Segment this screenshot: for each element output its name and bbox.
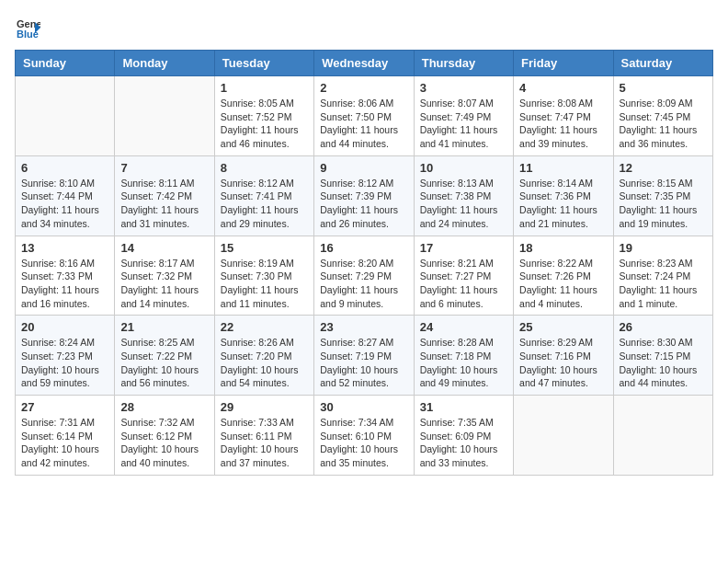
weekday-header-sunday: Sunday: [16, 51, 115, 76]
calendar-cell: 30Sunrise: 7:34 AM Sunset: 6:10 PM Dayli…: [314, 396, 414, 476]
day-number: 19: [620, 241, 707, 255]
calendar-cell: 29Sunrise: 7:33 AM Sunset: 6:11 PM Dayli…: [214, 396, 313, 476]
calendar-cell: [514, 396, 613, 476]
day-number: 12: [620, 161, 707, 175]
calendar-cell: 1Sunrise: 8:05 AM Sunset: 7:52 PM Daylig…: [214, 76, 313, 156]
calendar-cell: 5Sunrise: 8:09 AM Sunset: 7:45 PM Daylig…: [613, 76, 712, 156]
calendar-cell: 27Sunrise: 7:31 AM Sunset: 6:14 PM Dayli…: [16, 396, 115, 476]
day-info: Sunrise: 8:19 AM Sunset: 7:30 PM Dayligh…: [221, 257, 308, 311]
day-info: Sunrise: 8:28 AM Sunset: 7:18 PM Dayligh…: [420, 336, 507, 390]
day-info: Sunrise: 8:14 AM Sunset: 7:36 PM Dayligh…: [519, 177, 607, 231]
calendar-cell: 19Sunrise: 8:23 AM Sunset: 7:24 PM Dayli…: [613, 236, 712, 316]
calendar-cell: [115, 76, 214, 156]
calendar-cell: 26Sunrise: 8:30 AM Sunset: 7:15 PM Dayli…: [613, 316, 712, 396]
day-number: 26: [620, 320, 707, 334]
day-info: Sunrise: 8:11 AM Sunset: 7:42 PM Dayligh…: [120, 177, 208, 231]
day-info: Sunrise: 8:26 AM Sunset: 7:20 PM Dayligh…: [221, 336, 308, 390]
calendar-cell: 12Sunrise: 8:15 AM Sunset: 7:35 PM Dayli…: [613, 155, 712, 236]
day-number: 8: [221, 161, 308, 175]
day-number: 22: [221, 320, 308, 334]
calendar-cell: 7Sunrise: 8:11 AM Sunset: 7:42 PM Daylig…: [115, 155, 214, 236]
day-info: Sunrise: 8:30 AM Sunset: 7:15 PM Dayligh…: [620, 336, 707, 390]
day-info: Sunrise: 8:20 AM Sunset: 7:29 PM Dayligh…: [320, 257, 407, 311]
day-number: 9: [320, 161, 407, 175]
calendar-header-row: SundayMondayTuesdayWednesdayThursdayFrid…: [16, 51, 713, 76]
day-info: Sunrise: 7:34 AM Sunset: 6:10 PM Dayligh…: [320, 416, 407, 470]
day-number: 27: [21, 400, 108, 414]
day-info: Sunrise: 8:13 AM Sunset: 7:38 PM Dayligh…: [420, 177, 507, 231]
day-number: 10: [420, 161, 507, 175]
day-number: 4: [519, 81, 607, 95]
day-info: Sunrise: 8:09 AM Sunset: 7:45 PM Dayligh…: [620, 97, 707, 151]
calendar-cell: 20Sunrise: 8:24 AM Sunset: 7:23 PM Dayli…: [16, 316, 115, 396]
day-info: Sunrise: 7:33 AM Sunset: 6:11 PM Dayligh…: [221, 416, 308, 470]
calendar-cell: 11Sunrise: 8:14 AM Sunset: 7:36 PM Dayli…: [514, 155, 613, 236]
day-info: Sunrise: 8:24 AM Sunset: 7:23 PM Dayligh…: [21, 336, 108, 390]
day-number: 30: [320, 400, 407, 414]
calendar-cell: 17Sunrise: 8:21 AM Sunset: 7:27 PM Dayli…: [414, 236, 513, 316]
day-number: 6: [21, 161, 108, 175]
day-info: Sunrise: 8:27 AM Sunset: 7:19 PM Dayligh…: [320, 336, 407, 390]
calendar-cell: 15Sunrise: 8:19 AM Sunset: 7:30 PM Dayli…: [214, 236, 313, 316]
day-number: 3: [420, 81, 507, 95]
logo: General Blue: [15, 15, 44, 40]
day-info: Sunrise: 8:05 AM Sunset: 7:52 PM Dayligh…: [221, 97, 308, 151]
calendar-cell: 2Sunrise: 8:06 AM Sunset: 7:50 PM Daylig…: [314, 76, 414, 156]
day-info: Sunrise: 7:35 AM Sunset: 6:09 PM Dayligh…: [420, 416, 507, 470]
day-info: Sunrise: 8:16 AM Sunset: 7:33 PM Dayligh…: [21, 257, 108, 311]
calendar-cell: 23Sunrise: 8:27 AM Sunset: 7:19 PM Dayli…: [314, 316, 414, 396]
day-info: Sunrise: 8:07 AM Sunset: 7:49 PM Dayligh…: [420, 97, 507, 151]
calendar-cell: 8Sunrise: 8:12 AM Sunset: 7:41 PM Daylig…: [214, 155, 313, 236]
day-number: 23: [320, 320, 407, 334]
weekday-header-tuesday: Tuesday: [214, 51, 313, 76]
day-number: 5: [620, 81, 707, 95]
day-number: 31: [420, 400, 507, 414]
day-number: 29: [221, 400, 308, 414]
calendar-cell: 28Sunrise: 7:32 AM Sunset: 6:12 PM Dayli…: [115, 396, 214, 476]
calendar-week-2: 6Sunrise: 8:10 AM Sunset: 7:44 PM Daylig…: [16, 155, 713, 236]
logo-icon: General Blue: [15, 15, 40, 40]
calendar-cell: 25Sunrise: 8:29 AM Sunset: 7:16 PM Dayli…: [514, 316, 613, 396]
calendar-cell: 16Sunrise: 8:20 AM Sunset: 7:29 PM Dayli…: [314, 236, 414, 316]
day-number: 1: [221, 81, 308, 95]
weekday-header-wednesday: Wednesday: [314, 51, 414, 76]
day-info: Sunrise: 8:17 AM Sunset: 7:32 PM Dayligh…: [120, 257, 208, 311]
day-info: Sunrise: 8:21 AM Sunset: 7:27 PM Dayligh…: [420, 257, 507, 311]
day-info: Sunrise: 8:29 AM Sunset: 7:16 PM Dayligh…: [519, 336, 607, 390]
day-number: 7: [120, 161, 208, 175]
calendar-table: SundayMondayTuesdayWednesdayThursdayFrid…: [15, 50, 713, 476]
day-number: 11: [519, 161, 607, 175]
calendar-cell: 21Sunrise: 8:25 AM Sunset: 7:22 PM Dayli…: [115, 316, 214, 396]
day-info: Sunrise: 8:23 AM Sunset: 7:24 PM Dayligh…: [620, 257, 707, 311]
day-number: 17: [420, 241, 507, 255]
day-number: 18: [519, 241, 607, 255]
calendar-cell: [16, 76, 115, 156]
day-info: Sunrise: 8:08 AM Sunset: 7:47 PM Dayligh…: [519, 97, 607, 151]
calendar-cell: 22Sunrise: 8:26 AM Sunset: 7:20 PM Dayli…: [214, 316, 313, 396]
calendar-cell: [613, 396, 712, 476]
calendar-week-1: 1Sunrise: 8:05 AM Sunset: 7:52 PM Daylig…: [16, 76, 713, 156]
day-info: Sunrise: 7:32 AM Sunset: 6:12 PM Dayligh…: [120, 416, 208, 470]
day-number: 16: [320, 241, 407, 255]
calendar-week-5: 27Sunrise: 7:31 AM Sunset: 6:14 PM Dayli…: [16, 396, 713, 476]
day-number: 2: [320, 81, 407, 95]
calendar-week-4: 20Sunrise: 8:24 AM Sunset: 7:23 PM Dayli…: [16, 316, 713, 396]
calendar-cell: 4Sunrise: 8:08 AM Sunset: 7:47 PM Daylig…: [514, 76, 613, 156]
day-info: Sunrise: 8:22 AM Sunset: 7:26 PM Dayligh…: [519, 257, 607, 311]
day-number: 14: [120, 241, 208, 255]
calendar-week-3: 13Sunrise: 8:16 AM Sunset: 7:33 PM Dayli…: [16, 236, 713, 316]
day-info: Sunrise: 8:10 AM Sunset: 7:44 PM Dayligh…: [21, 177, 108, 231]
calendar-cell: 14Sunrise: 8:17 AM Sunset: 7:32 PM Dayli…: [115, 236, 214, 316]
day-number: 20: [21, 320, 108, 334]
calendar-cell: 13Sunrise: 8:16 AM Sunset: 7:33 PM Dayli…: [16, 236, 115, 316]
day-number: 28: [120, 400, 208, 414]
day-info: Sunrise: 8:12 AM Sunset: 7:39 PM Dayligh…: [320, 177, 407, 231]
calendar-cell: 24Sunrise: 8:28 AM Sunset: 7:18 PM Dayli…: [414, 316, 513, 396]
day-info: Sunrise: 8:06 AM Sunset: 7:50 PM Dayligh…: [320, 97, 407, 151]
calendar-cell: 9Sunrise: 8:12 AM Sunset: 7:39 PM Daylig…: [314, 155, 414, 236]
day-number: 13: [21, 241, 108, 255]
header: General Blue: [15, 15, 713, 40]
weekday-header-saturday: Saturday: [613, 51, 712, 76]
calendar-cell: 3Sunrise: 8:07 AM Sunset: 7:49 PM Daylig…: [414, 76, 513, 156]
day-info: Sunrise: 8:12 AM Sunset: 7:41 PM Dayligh…: [221, 177, 308, 231]
